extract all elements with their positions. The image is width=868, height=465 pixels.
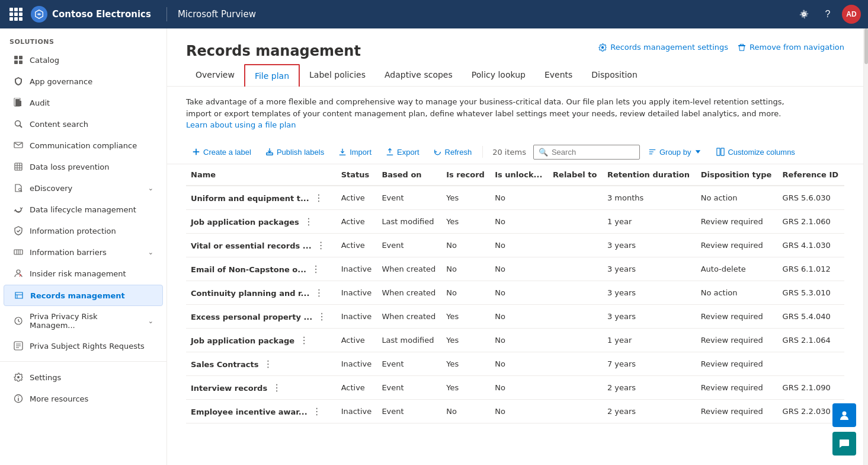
row-menu-icon[interactable]: ⋮ bbox=[261, 357, 276, 371]
col-based-on: Based on bbox=[377, 164, 441, 186]
cell-disposition-type: Review required bbox=[696, 304, 778, 328]
sidebar-item-priva-privacy-risk[interactable]: Priva Privacy Risk Managem... ⌄ bbox=[4, 307, 163, 335]
sidebar-item-audit[interactable]: Audit bbox=[4, 93, 163, 113]
scrollbar-thumb[interactable] bbox=[864, 28, 868, 64]
cell-is-unlock: No bbox=[490, 304, 548, 328]
table-row: Email of Non-Capstone o... ⋮ Inactive Wh… bbox=[186, 257, 844, 281]
cell-is-record: No bbox=[441, 233, 490, 257]
tab-policy-lookup[interactable]: Policy lookup bbox=[462, 64, 535, 87]
svg-point-26 bbox=[18, 396, 19, 397]
cell-is-unlock: No bbox=[490, 209, 548, 233]
row-menu-icon[interactable]: ⋮ bbox=[312, 191, 326, 205]
refresh-button[interactable]: Refresh bbox=[428, 144, 478, 160]
content-search-icon bbox=[13, 119, 24, 129]
learn-more-link[interactable]: Learn about using a file plan bbox=[186, 120, 296, 129]
col-reference-id: Reference ID bbox=[778, 164, 844, 186]
sidebar-item-settings[interactable]: Settings bbox=[4, 367, 163, 387]
insider-risk-icon bbox=[13, 268, 24, 279]
customize-columns-button[interactable]: Customize columns bbox=[710, 144, 800, 160]
sidebar-item-content-search[interactable]: Content search bbox=[4, 114, 163, 134]
tab-overview[interactable]: Overview bbox=[186, 64, 244, 87]
remove-from-navigation-link[interactable]: Remove from navigation bbox=[738, 43, 844, 52]
tab-adaptive-scopes[interactable]: Adaptive scopes bbox=[375, 64, 462, 87]
floating-person-button[interactable] bbox=[832, 403, 856, 427]
cell-disposition-type: Review required bbox=[696, 399, 778, 423]
cell-is-unlock: No bbox=[490, 375, 548, 399]
sidebar-item-information-protection[interactable]: Information protection bbox=[4, 221, 163, 241]
sidebar-item-more-resources[interactable]: More resources bbox=[4, 388, 163, 409]
cell-is-unlock: No bbox=[490, 399, 548, 423]
create-label-button[interactable]: Create a label bbox=[186, 144, 257, 160]
floating-chat-button[interactable] bbox=[832, 432, 856, 456]
create-label-label: Create a label bbox=[203, 148, 251, 157]
sidebar-item-data-loss-prevention[interactable]: Data loss prevention bbox=[4, 157, 163, 177]
help-button[interactable]: ? bbox=[818, 5, 837, 24]
sidebar-divider-bottom bbox=[0, 361, 166, 362]
data-table-container: Name Status Based on Is record Is unlock… bbox=[167, 164, 863, 466]
cell-relabel-to bbox=[548, 352, 603, 375]
sidebar-item-communication-compliance[interactable]: Communication compliance bbox=[4, 135, 163, 155]
sidebar-item-catalog[interactable]: Catalog bbox=[4, 50, 163, 70]
row-menu-icon[interactable]: ⋮ bbox=[310, 405, 324, 418]
audit-label: Audit bbox=[30, 98, 153, 107]
record-name: Uniform and equipment t... bbox=[191, 194, 309, 203]
sidebar-item-insider-risk[interactable]: Insider risk management bbox=[4, 263, 163, 284]
group-by-chevron-icon bbox=[694, 148, 702, 156]
row-menu-icon[interactable]: ⋮ bbox=[302, 215, 316, 228]
sidebar-item-records-management[interactable]: Records management bbox=[4, 285, 163, 306]
scrollbar-track[interactable] bbox=[863, 28, 868, 465]
tab-policy-lookup-label: Policy lookup bbox=[472, 70, 526, 79]
tab-events[interactable]: Events bbox=[535, 64, 582, 87]
waffle-menu[interactable] bbox=[7, 5, 25, 23]
cell-relabel-to bbox=[548, 399, 603, 423]
cell-based-on: Event bbox=[377, 352, 441, 375]
row-menu-icon[interactable]: ⋮ bbox=[312, 286, 326, 300]
cell-name: Sales Contracts ⋮ bbox=[186, 352, 337, 375]
cell-disposition-type: Review required bbox=[696, 328, 778, 352]
cell-status: Active bbox=[337, 186, 377, 210]
customize-columns-label: Customize columns bbox=[728, 148, 795, 157]
row-menu-icon[interactable]: ⋮ bbox=[309, 262, 323, 276]
sidebar-item-app-governance[interactable]: App governance bbox=[4, 71, 163, 91]
waffle-icon bbox=[9, 8, 23, 21]
page-title: Records management bbox=[186, 43, 361, 59]
cell-status: Active bbox=[337, 209, 377, 233]
table-row: Continuity planning and r... ⋮ Inactive … bbox=[186, 281, 844, 304]
cell-reference-id: GRS 2.1.090 bbox=[778, 375, 844, 399]
cell-based-on: Event bbox=[377, 399, 441, 423]
information-barriers-chevron-icon: ⌄ bbox=[148, 249, 153, 256]
sidebar-item-ediscovery[interactable]: eDiscovery ⌄ bbox=[4, 178, 163, 198]
chat-icon bbox=[838, 438, 850, 450]
cell-status: Inactive bbox=[337, 304, 377, 328]
tab-disposition[interactable]: Disposition bbox=[582, 64, 646, 87]
row-menu-icon[interactable]: ⋮ bbox=[314, 238, 328, 252]
export-button[interactable]: Export bbox=[380, 144, 425, 160]
group-by-button[interactable]: Group by bbox=[642, 144, 708, 160]
search-input[interactable] bbox=[552, 148, 635, 157]
cell-relabel-to bbox=[548, 257, 603, 281]
cell-relabel-to bbox=[548, 304, 603, 328]
tab-label-policies[interactable]: Label policies bbox=[300, 64, 375, 87]
sidebar: Solutions Catalog App governance Audit C… bbox=[0, 28, 167, 465]
publish-labels-button[interactable]: Publish labels bbox=[260, 144, 330, 160]
tab-disposition-label: Disposition bbox=[591, 70, 637, 79]
cell-status: Active bbox=[337, 328, 377, 352]
communication-compliance-icon bbox=[13, 140, 24, 151]
row-menu-icon[interactable]: ⋮ bbox=[315, 310, 329, 323]
row-menu-icon[interactable]: ⋮ bbox=[270, 381, 284, 394]
sidebar-item-data-lifecycle[interactable]: Data lifecycle management bbox=[4, 199, 163, 219]
sidebar-item-information-barriers[interactable]: Information barriers ⌄ bbox=[4, 242, 163, 262]
settings-nav-button[interactable] bbox=[795, 5, 813, 24]
tab-file-plan[interactable]: File plan bbox=[244, 64, 300, 87]
cell-retention-duration: 7 years bbox=[603, 352, 696, 375]
group-by-icon bbox=[648, 148, 656, 156]
row-menu-icon[interactable]: ⋮ bbox=[297, 333, 311, 347]
sidebar-item-priva-subject-rights[interactable]: Priva Subject Rights Requests bbox=[4, 336, 163, 356]
records-management-settings-link[interactable]: Records management settings bbox=[598, 43, 728, 52]
search-box[interactable]: 🔍 bbox=[533, 145, 640, 160]
cell-is-record: Yes bbox=[441, 375, 490, 399]
import-button[interactable]: Import bbox=[332, 144, 377, 160]
cell-status: Inactive bbox=[337, 281, 377, 304]
user-avatar[interactable]: AD bbox=[842, 5, 861, 24]
record-name: Job application package bbox=[191, 336, 294, 345]
